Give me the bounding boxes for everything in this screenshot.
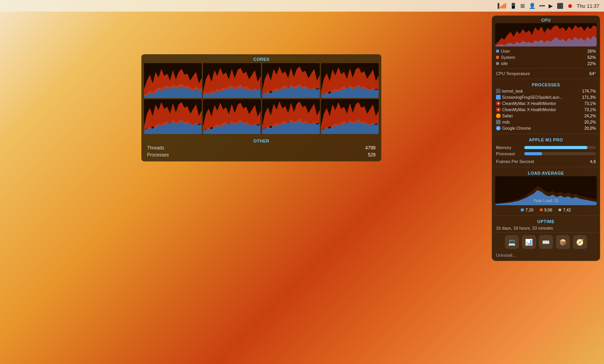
load-section-title: LOAD AVERAGE (492, 169, 600, 176)
user-value: 26% (587, 49, 596, 53)
istat-menus-icon[interactable]: ▐ (496, 3, 506, 9)
processes-value: 529 (368, 152, 376, 158)
memory-bar-fill (524, 146, 587, 149)
processes-list: kernel_task 174,7% ScreamingFrogSEOSpide… (492, 88, 600, 132)
idle-label: Idle (501, 61, 508, 66)
menubar-datetime: Thu 11:37 (577, 3, 599, 9)
threads-label: Threads (147, 145, 164, 151)
load-stat-1: 9,06 (540, 208, 552, 212)
cast-icon[interactable]: ▶ (549, 3, 553, 9)
other-title: OTHER (146, 137, 377, 145)
divider-1 (492, 68, 600, 69)
core-graph-6 (203, 99, 261, 134)
memory-bar-row: Memory (492, 144, 600, 151)
dots-icon[interactable]: ••• (539, 3, 545, 9)
system-dot (496, 56, 499, 59)
core-graph-7 (262, 99, 320, 134)
bottom-icon-terminal[interactable]: 💻 (505, 235, 519, 249)
bottom-icons: 💻 📊 ⌨️ 📦 🧭 (492, 232, 600, 251)
uptime-value: 16 days, 18 hours, 33 minutes (492, 225, 600, 232)
other-rows: Threads 4799 Processes 529 (146, 145, 377, 158)
cpu-widget: CPU User 26% System 52% Idle 22% (492, 15, 600, 261)
threads-row: Threads 4799 (146, 145, 377, 151)
menubar: ▐ 📱 ⊞ 👤 ••• ▶ ⬛ ⏺ Thu 11:37 (0, 0, 604, 12)
bottom-icon-apps[interactable]: 📦 (556, 235, 570, 249)
fps-value: 4,6 (590, 159, 596, 164)
processes-label: Processes (147, 152, 169, 158)
process-icon-4 (496, 113, 501, 118)
load-stat-2: 7,42 (558, 208, 571, 212)
user-stat-row: User 26% (492, 48, 600, 54)
bottom-icon-safari[interactable]: 🧭 (573, 235, 587, 249)
process-icon-2: ✦ (496, 101, 501, 106)
load-dot-2 (558, 208, 561, 211)
fps-label: Frames Per Second (496, 159, 534, 164)
core-graph-5 (144, 99, 202, 134)
threads-value: 4799 (365, 145, 376, 151)
divider-3 (492, 134, 600, 134)
uninstall-button[interactable]: Uninstall... (492, 251, 600, 261)
core-graph-4 (321, 63, 379, 98)
memory-bar-track (524, 146, 596, 149)
cores-grid (142, 63, 381, 136)
process-name-6: Google Chrome (502, 126, 531, 130)
process-name-5: mds (502, 120, 510, 124)
cpu-section-title: CPU (492, 16, 600, 23)
cores-title: CORES (142, 55, 381, 63)
divider-4 (492, 167, 600, 167)
cores-panel: CORES (141, 54, 381, 161)
processor-bar-track (524, 152, 596, 155)
divider-5 (492, 215, 600, 216)
load-dot-1 (540, 208, 543, 211)
phone-icon[interactable]: 📱 (510, 3, 516, 9)
processor-label: Processor (496, 151, 521, 156)
processor-bar-row: Processor (492, 151, 600, 157)
process-value-0: 174,7% (582, 89, 596, 93)
record-icon[interactable]: ⏺ (567, 3, 573, 9)
peak-load-label: Peak Load: 25 (534, 199, 559, 203)
processor-bar-fill (524, 152, 542, 155)
temp-value: 64° (589, 71, 596, 76)
process-value-4: 24,2% (584, 113, 596, 118)
process-name-4: Safari (502, 113, 513, 118)
user-dot (496, 50, 499, 53)
process-row-1: ScreamingFrogSEOSpiderLaun... 171,3% (492, 94, 600, 100)
process-row-3: ✦ CleanMyMac X HealthMonitor 73,1% (492, 106, 600, 113)
display-icon[interactable]: ⬛ (557, 3, 563, 9)
grid-icon[interactable]: ⊞ (520, 3, 525, 9)
fps-row: Frames Per Second 4,6 (492, 158, 600, 165)
cpu-main-graph (495, 23, 597, 46)
bottom-icon-cmd[interactable]: ⌨️ (539, 235, 553, 249)
process-row-2: ✦ CleanMyMac X HealthMonitor 73,1% (492, 100, 600, 106)
load-stats-row: 7,26 9,06 7,42 (492, 207, 600, 214)
temp-label: CPU Temperature (496, 71, 530, 76)
load-average-graph: Peak Load: 25 (495, 176, 597, 205)
process-value-6: 20,0% (584, 126, 596, 130)
processes-row: Processes 529 (146, 152, 377, 158)
load-stat-0: 7,26 (521, 208, 533, 212)
process-value-5: 20,2% (584, 120, 596, 124)
apple-section-title: APPLE M1 PRO (492, 136, 600, 143)
uptime-section-title: UPTIME (492, 217, 600, 225)
core-graph-2 (203, 63, 261, 98)
process-name-2: CleanMyMac X HealthMonitor (502, 101, 556, 106)
core-graph-1 (144, 63, 202, 98)
menubar-right: ▐ 📱 ⊞ 👤 ••• ▶ ⬛ ⏺ Thu 11:37 (496, 3, 599, 9)
processes-section-title: PROCESSES (492, 81, 600, 88)
process-row-5: mds 20,2% (492, 119, 600, 125)
load-value-2: 7,42 (563, 208, 571, 212)
other-section: OTHER Threads 4799 Processes 529 (142, 136, 381, 161)
core-graph-8 (321, 99, 379, 134)
process-value-1: 171,3% (582, 95, 596, 100)
process-icon-1 (496, 95, 501, 100)
process-value-3: 73,1% (584, 107, 596, 112)
load-value-0: 7,26 (525, 208, 533, 212)
temp-row: CPU Temperature 64° (492, 70, 600, 77)
user-icon[interactable]: 👤 (529, 3, 535, 9)
process-icon-6: G (496, 126, 501, 130)
process-name-3: CleanMyMac X HealthMonitor (502, 107, 556, 112)
process-name-1: ScreamingFrogSEOSpiderLaun... (502, 95, 563, 100)
system-stat-row: System 52% (492, 54, 600, 60)
bottom-icon-stats[interactable]: 📊 (522, 235, 536, 249)
process-row-4: Safari 24,2% (492, 113, 600, 119)
